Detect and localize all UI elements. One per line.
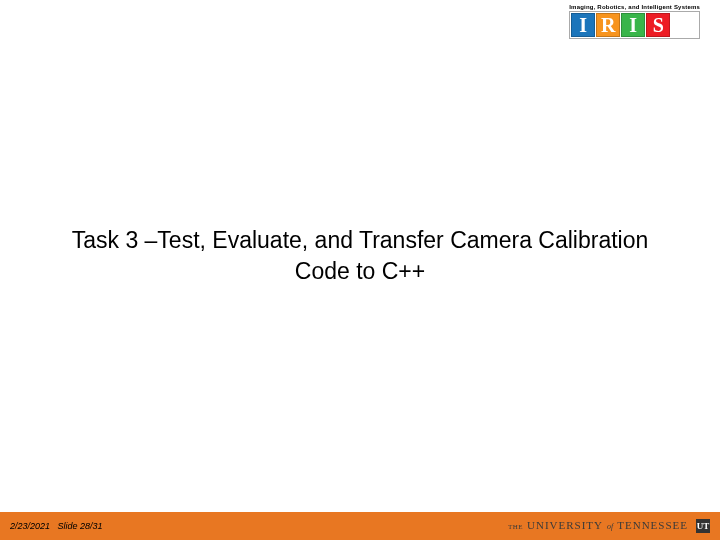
university-logo: THE UNIVERSITY of TENNESSEE UT — [508, 519, 710, 533]
slide-title: Task 3 –Test, Evaluate, and Transfer Cam… — [0, 225, 720, 287]
uni-of: of — [607, 522, 613, 531]
uni-the: THE — [508, 523, 523, 531]
uni-mark-icon: UT — [696, 519, 710, 533]
footer-left: 2/23/2021 Slide 28/31 — [10, 521, 103, 531]
logo-letter-s: S — [646, 13, 670, 37]
uni-univ: UNIVERSITY — [527, 519, 603, 531]
logo-caption: Imaging, Robotics, and Intelligent Syste… — [569, 4, 700, 10]
footer-bar: 2/23/2021 Slide 28/31 THE UNIVERSITY of … — [0, 512, 720, 540]
logo-letter-i2: I — [621, 13, 645, 37]
footer-slide: Slide 28/31 — [58, 521, 103, 531]
logo-letter-r: R — [596, 13, 620, 37]
uni-tn: TENNESSEE — [617, 519, 688, 531]
footer-date: 2/23/2021 — [10, 521, 50, 531]
lab-logo: Imaging, Robotics, and Intelligent Syste… — [569, 4, 700, 39]
logo-row: I R I S — [569, 11, 700, 39]
logo-letter-i1: I — [571, 13, 595, 37]
